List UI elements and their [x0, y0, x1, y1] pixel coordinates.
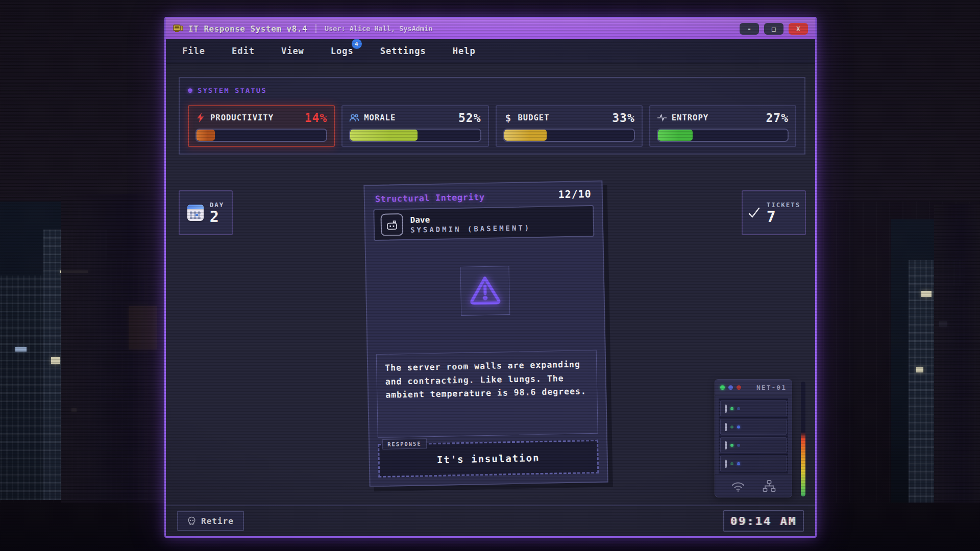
progress-track [657, 129, 789, 142]
stat-card-morale: MORALE 52% [341, 105, 488, 147]
warning-triangle-icon [468, 274, 502, 307]
main-content: SYSTEM STATUS PRODUCTIVITY 14% [166, 64, 815, 536]
city-building [0, 276, 43, 500]
logs-badge: 4 [352, 39, 362, 49]
titlebar[interactable]: IT Response System v8.4 User: Alice Hall… [166, 18, 815, 39]
stat-value: 33% [612, 111, 635, 124]
stat-label: BUDGET [518, 113, 608, 122]
close-button[interactable]: X [789, 23, 808, 35]
menu-label: Edit [232, 46, 255, 56]
network-icon [762, 480, 776, 493]
window-title: IT Response System v8.4 [188, 24, 307, 34]
net-status-dot-green [720, 385, 725, 390]
response-option-button[interactable]: RESPONSE It's insulation [378, 440, 599, 478]
menu-label: Logs [331, 46, 354, 56]
server-unit [720, 400, 787, 416]
progress-fill [504, 130, 547, 141]
system-status-panel: SYSTEM STATUS PRODUCTIVITY 14% [179, 77, 805, 155]
net-status-dot-blue [728, 385, 733, 390]
app-icon [173, 23, 183, 34]
server-unit [720, 419, 787, 435]
net-status-dot-red [737, 385, 741, 390]
stat-card-budget: $ BUDGET 33% [496, 105, 643, 147]
room-pillar [61, 194, 168, 551]
tickets-card: TICKETS 7 [742, 190, 806, 235]
menu-label: Help [453, 46, 476, 56]
stat-label: MORALE [364, 113, 454, 122]
menu-label: View [281, 46, 304, 56]
footer-bar: Retire 09:14 AM [166, 505, 815, 536]
progress-fill [197, 130, 215, 141]
screen: IT Response System v8.4 User: Alice Hall… [0, 0, 980, 551]
net-panel-title: NET-01 [756, 384, 787, 391]
progress-track [195, 129, 327, 142]
skull-icon [187, 516, 196, 525]
room-pillar [934, 204, 980, 551]
stat-value: 27% [766, 111, 789, 124]
net-meter-bar [801, 382, 805, 496]
stat-value: 52% [458, 111, 481, 124]
city-lit-window [916, 367, 923, 372]
event-sender: Dave SYSADMIN (BASEMENT) [373, 205, 594, 241]
server-rack [719, 398, 788, 473]
calendar-icon [187, 205, 204, 221]
progress-track [349, 129, 481, 142]
maximize-button[interactable]: □ [764, 23, 783, 35]
net-monitor-panel: NET-01 [715, 379, 792, 497]
sender-name: Dave [410, 215, 430, 225]
event-title: Structural Integrity [375, 192, 485, 204]
day-value: 2 [210, 209, 219, 225]
system-status-header: SYSTEM STATUS [188, 86, 267, 94]
check-icon [747, 206, 761, 219]
system-status-title: SYSTEM STATUS [198, 86, 267, 94]
menu-label: Settings [380, 46, 426, 56]
progress-fill [350, 130, 418, 141]
app-window: IT Response System v8.4 User: Alice Hall… [164, 17, 817, 538]
menu-item-settings[interactable]: Settings [380, 46, 426, 56]
robot-icon [380, 213, 403, 236]
net-header: NET-01 [715, 380, 792, 396]
menu-item-logs[interactable]: Logs 4 [331, 46, 354, 56]
sender-role: SYSADMIN (BASEMENT) [410, 223, 531, 234]
status-dot-icon [188, 88, 192, 93]
titlebar-divider [315, 24, 316, 33]
menu-label: File [182, 46, 205, 56]
wifi-icon [730, 480, 746, 492]
event-counter: 12/10 [558, 188, 592, 201]
retire-button[interactable]: Retire [177, 511, 244, 531]
city-lit-window [51, 357, 60, 364]
menu-item-file[interactable]: File [182, 46, 205, 56]
tickets-value: 7 [767, 209, 776, 225]
minimize-button[interactable]: - [740, 23, 759, 35]
warning-box [460, 266, 510, 316]
menu-item-help[interactable]: Help [453, 46, 476, 56]
stat-card-entropy: ENTROPY 27% [649, 105, 796, 147]
stat-value: 14% [305, 111, 328, 124]
clock: 09:14 AM [723, 510, 804, 532]
event-card: Structural Integrity 12/10 Dave SYSADMI [363, 181, 608, 487]
dollar-icon: $ [503, 113, 513, 123]
response-label: RESPONSE [382, 438, 427, 449]
people-icon [349, 113, 359, 123]
menu-item-edit[interactable]: Edit [232, 46, 255, 56]
event-message: The server room walls are expanding and … [385, 358, 589, 403]
lightning-icon [195, 113, 206, 123]
server-unit [720, 456, 787, 471]
stat-label: ENTROPY [672, 113, 762, 122]
pulse-icon [657, 113, 667, 123]
retire-label: Retire [201, 516, 234, 526]
city-lit-window [921, 291, 932, 297]
progress-track [503, 129, 635, 142]
day-card: DAY 2 [179, 190, 233, 235]
city-lit-window [15, 347, 27, 352]
stat-label: PRODUCTIVITY [210, 113, 300, 122]
response-text: It's insulation [437, 452, 540, 465]
progress-fill [658, 130, 693, 141]
event-message-box: The server room walls are expanding and … [376, 350, 598, 438]
menubar: File Edit View Logs 4 Settings Help [166, 39, 815, 64]
stat-card-productivity: PRODUCTIVITY 14% [188, 105, 335, 147]
server-unit [720, 437, 787, 453]
net-footer [715, 474, 792, 497]
user-info: User: Alice Hall, SysAdmin [325, 24, 432, 33]
menu-item-view[interactable]: View [281, 46, 304, 56]
